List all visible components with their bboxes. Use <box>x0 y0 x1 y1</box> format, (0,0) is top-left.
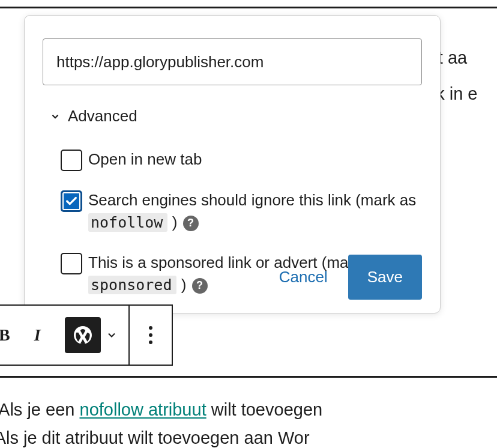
format-toolbar: B I <box>0 304 173 366</box>
save-button[interactable]: Save <box>348 255 422 300</box>
code-nofollow: nofollow <box>88 213 167 232</box>
dropdown-button[interactable] <box>98 306 128 365</box>
background-text-line4: n. Als je dit atribuut wilt toevoegen aa… <box>0 424 310 448</box>
background-rule <box>0 376 497 378</box>
label-text: Search engines should ignore this link (… <box>88 191 416 209</box>
cancel-button[interactable]: Cancel <box>271 257 336 297</box>
link-settings-popover: Advanced Open in new tab Search engines … <box>24 15 441 313</box>
bg-text-fragment: wilt toevoegen <box>206 400 322 419</box>
more-button[interactable] <box>130 306 172 365</box>
bg-text-fragment: k in e <box>436 84 477 103</box>
label-text: ) <box>167 213 181 231</box>
url-input-wrap <box>25 16 440 85</box>
italic-button[interactable]: I <box>21 306 54 365</box>
help-icon[interactable]: ? <box>183 216 199 231</box>
checkbox-new-tab[interactable] <box>61 150 82 171</box>
nofollow-link[interactable]: nofollow atribuut <box>80 400 206 419</box>
help-icon[interactable]: ? <box>192 278 208 294</box>
url-input[interactable] <box>43 38 422 85</box>
yoast-button[interactable] <box>65 317 101 353</box>
option-open-new-tab: Open in new tab <box>61 148 422 171</box>
advanced-label: Advanced <box>68 107 137 126</box>
yoast-cell <box>54 306 98 365</box>
option-nofollow: Search engines should ignore this link (… <box>61 189 422 234</box>
bold-button[interactable]: B <box>0 306 21 365</box>
more-icon <box>149 326 152 344</box>
checkbox-nofollow[interactable] <box>61 190 82 212</box>
chevron-down-icon <box>50 111 61 122</box>
advanced-toggle[interactable]: Advanced <box>25 85 440 126</box>
background-text-line3: s? Als je een nofollow atribuut wilt toe… <box>0 396 322 423</box>
popover-actions: Cancel Save <box>271 255 422 300</box>
chevron-down-icon <box>106 329 118 341</box>
code-sponsored: sponsored <box>88 276 176 294</box>
bg-text-fragment: s? Als je een <box>0 400 80 419</box>
option-label-new-tab: Open in new tab <box>88 148 202 171</box>
option-label-nofollow: Search engines should ignore this link (… <box>88 189 422 234</box>
label-text: ) <box>176 276 190 294</box>
check-icon <box>65 195 78 208</box>
checkbox-sponsored[interactable] <box>61 253 82 274</box>
background-rule-top <box>0 7 497 8</box>
yoast-icon <box>71 323 95 347</box>
